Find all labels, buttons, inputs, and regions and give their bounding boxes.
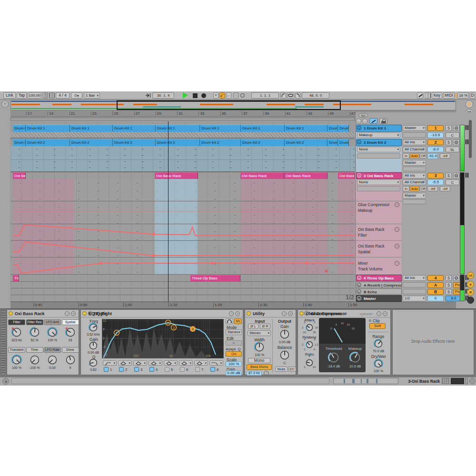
clip-drum-kit-2[interactable]: Drum Kit 2 <box>338 139 349 146</box>
eq-band-3-filter-type[interactable] <box>133 360 147 366</box>
play-button[interactable] <box>183 92 188 99</box>
utility-dc-button[interactable]: DC <box>288 367 296 372</box>
glue-compressor-on-button[interactable] <box>299 311 304 316</box>
track1-output-sub[interactable] <box>403 132 426 138</box>
clip-drum-kit-2[interactable]: Drum Kit 2 <box>156 139 200 146</box>
track4-number[interactable]: 4 <box>427 275 444 281</box>
automation-lane-param-label[interactable]: Track Volume <box>358 267 393 271</box>
metronome-icon[interactable] <box>42 92 48 99</box>
clip-oxi-bass-rack[interactable]: Oxi Bass Rack <box>240 172 284 179</box>
follow-icon[interactable] <box>145 93 151 98</box>
track2-number[interactable]: 2 <box>427 139 444 145</box>
disk-overload-indicator[interactable]: D <box>470 92 475 99</box>
automation-lane-param-label[interactable]: Makeup <box>358 208 393 213</box>
automation-arm-button[interactable] <box>219 92 225 99</box>
eq-gain-knob[interactable] <box>89 341 98 350</box>
return-expand-icon[interactable]: ▸ <box>357 283 361 287</box>
status-play-icon[interactable] <box>2 378 9 385</box>
stop-button[interactable] <box>193 93 198 98</box>
device-view-grip[interactable] <box>1 310 5 374</box>
oxi-bass-rack-map-icon[interactable]: ◔ <box>65 311 69 316</box>
track3-channel-chooser[interactable]: All Channel <box>403 179 426 185</box>
remove-lane-button[interactable]: − <box>395 202 399 207</box>
track-header-drum-kit-1[interactable]: 1 Drum Kit 1 <box>356 125 402 132</box>
time-signature-field[interactable]: 4 / 4 <box>56 92 69 99</box>
eq-eight-map-icon[interactable]: ◔ <box>229 311 234 316</box>
automation-lane-device-label[interactable]: Oxi Bass Rack <box>358 227 393 232</box>
lock-envelopes-button[interactable] <box>379 118 387 124</box>
utility-bass-audition-icon[interactable]: ◔ <box>264 371 269 376</box>
track-collapse-icon[interactable]: ▾ <box>357 126 361 130</box>
capture-midi-button[interactable] <box>233 92 238 99</box>
return-b-header[interactable]: B Echo <box>356 288 402 295</box>
eq-band-1-toggle[interactable] <box>104 367 109 372</box>
macro-knob-lfo-amt[interactable] <box>47 327 58 337</box>
clip-drum-kit-1[interactable]: Drum Kit 1 <box>327 125 338 132</box>
return-b-number[interactable]: B <box>427 289 444 295</box>
utility-bass-mono-button[interactable]: Bass Mono <box>247 364 272 370</box>
eq-mode-select[interactable]: Stereo <box>226 329 242 335</box>
cpu-meter[interactable]: 18 % <box>457 92 469 99</box>
eq-band-7-filter-type[interactable] <box>194 360 208 366</box>
glue-range-knob[interactable] <box>374 339 383 348</box>
eq-band-3-toggle[interactable] <box>134 367 139 372</box>
utility-bass-mono-freq[interactable]: 87.3 Hz <box>247 371 262 376</box>
track3-device-chooser[interactable]: None <box>357 179 400 185</box>
track-header-oxi-bass-rack[interactable]: 3 Oxi Bass Rack <box>356 172 402 179</box>
clip-drum-kit-1[interactable]: Drum Kit 1 <box>338 125 349 132</box>
track3-input-chooser[interactable]: All Ins <box>403 173 426 178</box>
tap-button[interactable]: Tap <box>17 92 27 99</box>
solo-button[interactable]: S <box>446 125 452 131</box>
clip-drum-kit-2[interactable]: Drum Kit 2 <box>327 139 338 146</box>
glue-compressor-map-icon[interactable]: ◔ <box>377 311 381 316</box>
track-header-three-op-bass[interactable]: 4 Three Op Bass <box>356 275 402 281</box>
track2-extra-box[interactable] <box>357 153 400 159</box>
macro-knob-spatial[interactable] <box>65 327 76 337</box>
clip-drum-kit-2[interactable]: Drum Kit 2 <box>241 139 285 146</box>
arrangement-position-field[interactable]: 30. 1. 4 <box>152 92 174 99</box>
midi-map-button[interactable]: MIDI <box>443 92 455 99</box>
utility-gain-knob[interactable] <box>279 329 290 339</box>
volume-field[interactable]: -13.5 <box>427 132 444 138</box>
track-collapse-icon[interactable]: ▾ <box>357 140 361 144</box>
eq-band-2-toggle[interactable] <box>119 367 124 372</box>
macro-knob-lfo-rate[interactable] <box>47 355 58 365</box>
groove-pool-icon[interactable] <box>49 92 55 99</box>
solo-button[interactable]: S <box>446 289 452 295</box>
solo-button[interactable]: S <box>446 282 452 288</box>
loop-brace[interactable] <box>10 118 355 121</box>
nudge-forward-button[interactable]: → <box>362 119 367 124</box>
solo-button[interactable]: S <box>446 173 452 178</box>
eq-eight-save-icon[interactable]: ▪ <box>235 311 240 316</box>
master-header[interactable]: Master <box>356 295 402 302</box>
track1-device-chooser[interactable]: Makeup <box>357 132 400 138</box>
loop-icon[interactable] <box>287 92 294 99</box>
oxi-bass-rack-save-icon[interactable]: ▪ <box>71 311 76 316</box>
time-selection[interactable] <box>155 179 198 274</box>
utility-map-icon[interactable]: ◔ <box>282 311 287 316</box>
track2-output-sub[interactable] <box>403 167 426 171</box>
eq-freq-knob[interactable] <box>89 323 98 332</box>
master-expand-icon[interactable]: ▸ <box>357 296 361 300</box>
clip-drum-kit-1[interactable]: Drum Kit 1 <box>26 125 70 132</box>
volume-field[interactable]: -51.0 <box>427 153 438 159</box>
device-chain-mini-1[interactable] <box>442 378 449 384</box>
clip-oxi-bass-rack[interactable]: Oxi Bass Rack <box>338 172 355 179</box>
clip-oxi-bass-rack[interactable]: Oxi Bass Rack <box>284 172 327 179</box>
clip-three-op-bass[interactable]: Three Op Bass <box>190 275 240 281</box>
clip-three-op-bass[interactable]: Three Op Bass <box>13 275 19 281</box>
track-header-drum-kit-2[interactable]: 2 Drum Kit 2 <box>356 139 402 146</box>
eq-graph[interactable]: 1234 <box>102 319 224 358</box>
pan-field[interactable]: C <box>446 132 459 138</box>
clip-drum-kit-1[interactable]: Drum Kit 1 <box>13 125 26 132</box>
glue-sidechain-toggle-icon[interactable]: ▾ <box>304 311 309 316</box>
clip-drum-kit-1[interactable]: Drum Kit 1 <box>200 125 241 132</box>
return-b-routing[interactable] <box>403 289 426 294</box>
peak-field[interactable]: -inf <box>427 186 438 191</box>
return-a-header[interactable]: A Reverb | Compressor <box>356 282 402 288</box>
volume-field[interactable]: -6.0 <box>427 147 444 152</box>
monitor-off-button[interactable]: Off <box>420 186 426 191</box>
track2-output-chooser[interactable]: Master <box>403 160 426 166</box>
mixer-section-toggle-i-o[interactable]: I-O <box>467 272 474 279</box>
clip-drum-kit-1[interactable]: Drum Kit 1 <box>241 125 285 132</box>
